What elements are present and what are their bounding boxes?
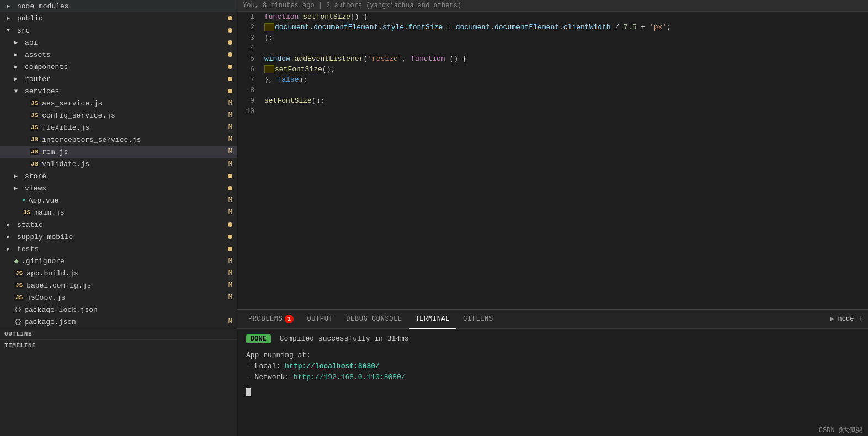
modified-badge: M — [228, 294, 232, 301]
sidebar-item-services[interactable]: ▼services — [0, 85, 237, 97]
sidebar-item-components[interactable]: ▶components — [0, 61, 237, 73]
code-line: 9setFontSize(); — [237, 95, 868, 106]
sidebar-item-label: package-lock.json — [24, 306, 237, 314]
line-content[interactable]: setFontSize(); — [262, 95, 868, 106]
compile-message: Compiled successfully in 314ms — [280, 334, 409, 343]
sidebar-item-label: public — [17, 14, 228, 23]
sidebar-item-public[interactable]: ▶public — [0, 12, 237, 24]
change-dot — [228, 77, 232, 81]
sidebar-item-aes_service[interactable]: JSaes_service.jsM — [0, 97, 237, 109]
line-number: 7 — [237, 75, 262, 85]
sidebar-item-label: tests — [17, 245, 228, 253]
arrow-icon: ▶ — [12, 63, 20, 70]
sidebar-item-App_vue[interactable]: ▼App.vueM — [0, 194, 237, 206]
change-dot — [228, 89, 232, 93]
local-url[interactable]: http://localhost:8080/ — [285, 362, 380, 370]
terminal-add-button[interactable]: + — [858, 314, 864, 324]
sidebar-item-assets[interactable]: ▶assets — [0, 49, 237, 61]
line-number: 5 — [237, 54, 262, 64]
line-content[interactable]: setFontSize(); — [262, 64, 868, 75]
modified-badge: M — [228, 318, 232, 326]
terminal-tab-output[interactable]: OUTPUT — [300, 310, 339, 329]
sidebar-item-config_service[interactable]: JSconfig_service.jsM — [0, 109, 237, 121]
line-content[interactable]: document.documentElement.style.fontSize … — [262, 22, 868, 33]
file-icon: JS — [14, 281, 24, 289]
terminal-tab-problems[interactable]: PROBLEMS1 — [242, 310, 300, 329]
sidebar-item-label: views — [25, 184, 228, 193]
arrow-icon: ▶ — [12, 39, 20, 46]
terminal-tab-gitlens[interactable]: GITLENS — [456, 310, 500, 329]
terminal-tab-terminal[interactable]: TERMINAL — [409, 310, 456, 329]
terminal-panel: PROBLEMS1OUTPUTDEBUG CONSOLETERMINALGITL… — [237, 309, 868, 436]
sidebar-item-package_lock[interactable]: {}package-lock.json — [0, 304, 237, 316]
sidebar-item-store[interactable]: ▶store — [0, 170, 237, 182]
main-editor-area: You, 8 minutes ago | 2 authors (yangxiao… — [237, 0, 868, 436]
line-content[interactable]: }; — [262, 33, 868, 43]
terminal-tabs-bar: PROBLEMS1OUTPUTDEBUG CONSOLETERMINALGITL… — [237, 310, 868, 329]
line-number: 9 — [237, 95, 262, 106]
file-icon: JS — [14, 269, 24, 277]
sidebar-item-label: interceptors_service.js — [42, 136, 228, 144]
sidebar-item-node_modules[interactable]: ▶node_modules — [0, 0, 237, 12]
sidebar-item-src[interactable]: ▼src — [0, 24, 237, 36]
code-line: 6setFontSize(); — [237, 64, 868, 75]
local-url-line: - Local: http://localhost:8080/ — [246, 361, 859, 372]
sidebar-item-jsCopy[interactable]: JSjsCopy.jsM — [0, 291, 237, 304]
network-url[interactable]: http://192.168.0.110:8080/ — [294, 373, 406, 381]
sidebar-item-flexible[interactable]: JSflexible.jsM — [0, 121, 237, 134]
sidebar-item-label: supply-mobile — [17, 233, 228, 241]
sidebar-item-gitignore[interactable]: ◆.gitignoreM — [0, 255, 237, 267]
modified-badge: M — [228, 281, 232, 289]
terminal-tab-debug_console[interactable]: DEBUG CONSOLE — [339, 310, 408, 329]
file-icon: ▼ — [22, 196, 26, 204]
sidebar-item-babel_config[interactable]: JSbabel.config.jsM — [0, 279, 237, 291]
line-content[interactable]: }, false); — [262, 75, 868, 85]
line-content[interactable]: function setFontSize() { — [262, 12, 868, 22]
tab-badge: 1 — [285, 315, 294, 323]
sidebar-item-label: validate.js — [42, 160, 228, 168]
file-icon: JS — [30, 136, 39, 143]
code-line: 4 — [237, 43, 868, 54]
sidebar-item-validate[interactable]: JSvalidate.jsM — [0, 158, 237, 170]
line-content[interactable]: window.addEventListener('resize', functi… — [262, 54, 868, 64]
arrow-icon: ▶ — [4, 246, 12, 252]
sidebar-item-rem[interactable]: JSrem.jsM — [0, 146, 237, 158]
timeline-section[interactable]: TIMELINE — [0, 339, 237, 351]
modified-badge: M — [228, 257, 232, 265]
outline-label: OUTLINE — [4, 331, 32, 337]
sidebar-item-views[interactable]: ▶views — [0, 182, 237, 194]
outline-section[interactable]: OUTLINE — [0, 328, 237, 339]
code-editor[interactable]: 1function setFontSize() {2document.docum… — [237, 12, 868, 309]
change-dot — [228, 247, 232, 251]
sidebar-item-label: main.js — [34, 209, 228, 217]
sidebar-item-package[interactable]: {}package.jsonM — [0, 316, 237, 328]
sidebar-item-router[interactable]: ▶router — [0, 73, 237, 85]
file-icon: {} — [14, 318, 22, 326]
sidebar-item-app_build[interactable]: JSapp.build.jsM — [0, 267, 237, 279]
sidebar-item-supply_mobile[interactable]: ▶supply-mobile — [0, 231, 237, 243]
change-dot — [228, 16, 232, 20]
sidebar-item-label: api — [25, 39, 228, 47]
sidebar-item-api[interactable]: ▶api — [0, 36, 237, 49]
sidebar-item-main_js[interactable]: JSmain.jsM — [0, 206, 237, 219]
git-blame-info: You, 8 minutes ago | 2 authors (yangxiao… — [243, 2, 461, 9]
arrow-icon: ▶ — [4, 233, 12, 240]
compile-status-line: DONE Compiled successfully in 314ms — [246, 333, 859, 344]
sidebar-item-label: static — [17, 221, 228, 229]
file-icon: JS — [22, 209, 31, 216]
line-number: 4 — [237, 43, 262, 54]
file-icon: JS — [30, 124, 39, 131]
terminal-output[interactable]: DONE Compiled successfully in 314ms App … — [237, 329, 868, 436]
sidebar-item-label: package.json — [24, 318, 228, 326]
sidebar-item-label: router — [25, 75, 228, 83]
sidebar-item-static[interactable]: ▶static — [0, 219, 237, 231]
sidebar-item-tests[interactable]: ▶tests — [0, 243, 237, 255]
arrow-icon: ▼ — [4, 28, 12, 34]
code-line: 8 — [237, 85, 868, 95]
file-icon: ◆ — [14, 257, 19, 265]
sidebar-item-label: app.build.js — [26, 269, 228, 278]
code-lines: 1function setFontSize() {2document.docum… — [237, 12, 868, 116]
sidebar-item-label: rem.js — [42, 148, 228, 156]
sidebar-item-label: babel.config.js — [26, 281, 228, 290]
sidebar-item-interceptors_service[interactable]: JSinterceptors_service.jsM — [0, 134, 237, 146]
